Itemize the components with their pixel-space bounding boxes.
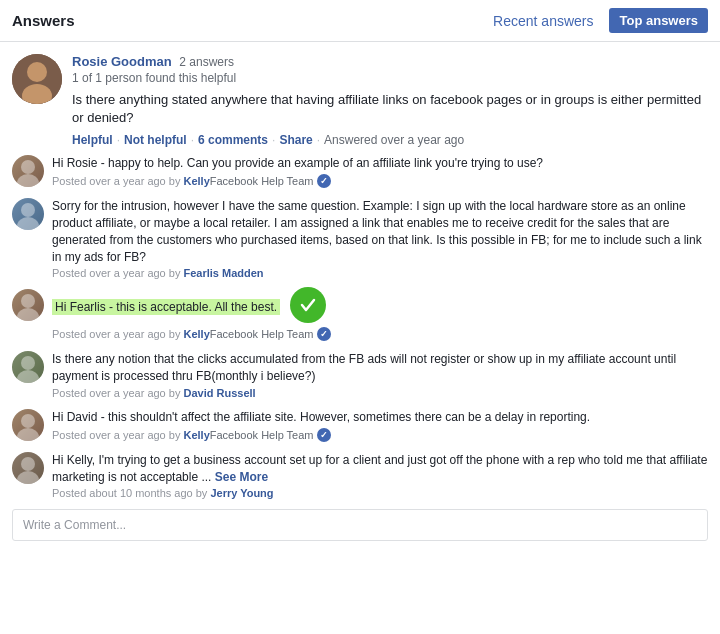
answers-header: Answers Recent answers Top answers (0, 0, 720, 42)
comment-avatar (12, 409, 44, 441)
recent-answers-link[interactable]: Recent answers (485, 9, 601, 33)
comment-item: Hi Fearlis - this is acceptable. All the… (12, 289, 708, 341)
comment-content: Hi Rosie - happy to help. Can you provid… (52, 155, 708, 188)
verified-icon: ✓ (317, 428, 331, 442)
comment-meta: Posted over a year ago by Fearlis Madden (52, 267, 708, 279)
comment-text-highlighted: Hi Fearlis - this is acceptable. All the… (52, 289, 326, 325)
comment-avatar (12, 289, 44, 321)
answer-count: 2 answers (179, 55, 234, 69)
comment-text: Hi Rosie - happy to help. Can you provid… (52, 155, 708, 172)
svg-point-4 (21, 160, 35, 174)
comment-author-name[interactable]: Kelly (183, 429, 209, 441)
comment-author-name[interactable]: Jerry Young (210, 487, 273, 499)
svg-point-7 (21, 203, 35, 217)
answer-body: Rosie Goodman 2 answers 1 of 1 person fo… (72, 54, 708, 147)
verified-icon: ✓ (317, 327, 331, 341)
comment-item: Sorry for the intrusion, however I have … (12, 198, 708, 279)
share-link[interactable]: Share (279, 133, 312, 147)
helpful-link[interactable]: Helpful (72, 133, 113, 147)
comment-author-name[interactable]: Fearlis Madden (183, 267, 263, 279)
facebook-help-team-badge: Facebook Help Team ✓ (210, 327, 331, 341)
comment-item: Hi Rosie - happy to help. Can you provid… (12, 155, 708, 188)
answered-label: Answered over a year ago (324, 133, 464, 147)
question-text: Is there anything stated anywhere that h… (72, 91, 708, 127)
comment-text: Hi Kelly, I'm trying to get a business a… (52, 452, 708, 486)
svg-point-1 (27, 62, 47, 82)
comment-item: Is there any notion that the clicks accu… (12, 351, 708, 399)
comment-author-name[interactable]: David Russell (183, 387, 255, 399)
comment-text: Hi David - this shouldn't affect the aff… (52, 409, 708, 426)
write-comment-input[interactable]: Write a Comment... (12, 509, 708, 541)
comment-item: Hi Kelly, I'm trying to get a business a… (12, 452, 708, 500)
comment-text: Is there any notion that the clicks accu… (52, 351, 708, 385)
header-navigation: Recent answers Top answers (485, 8, 708, 33)
comment-content: Sorry for the intrusion, however I have … (52, 198, 708, 279)
main-answer: Rosie Goodman 2 answers 1 of 1 person fo… (0, 42, 720, 147)
comment-content: Hi David - this shouldn't affect the aff… (52, 409, 708, 442)
comment-meta: Posted over a year ago by David Russell (52, 387, 708, 399)
comment-meta: Posted about 10 months ago by Jerry Youn… (52, 487, 708, 499)
verified-icon: ✓ (317, 174, 331, 188)
comment-content: Hi Fearlis - this is acceptable. All the… (52, 289, 708, 341)
facebook-help-team-badge: Facebook Help Team ✓ (210, 428, 331, 442)
svg-point-10 (21, 294, 35, 308)
comment-author-name[interactable]: Kelly (183, 175, 209, 187)
comments-section: Hi Rosie - happy to help. Can you provid… (0, 147, 720, 499)
comment-meta: Posted over a year ago by Kelly Facebook… (52, 327, 708, 341)
comment-avatar (12, 351, 44, 383)
svg-point-13 (21, 356, 35, 370)
comment-avatar (12, 198, 44, 230)
svg-point-16 (21, 414, 35, 428)
comment-avatar (12, 452, 44, 484)
main-answer-avatar (12, 54, 62, 104)
comment-meta: Posted over a year ago by Kelly Facebook… (52, 174, 708, 188)
answer-author-name[interactable]: Rosie Goodman (72, 54, 172, 69)
top-answers-button[interactable]: Top answers (609, 8, 708, 33)
comment-content: Hi Kelly, I'm trying to get a business a… (52, 452, 708, 500)
facebook-help-team-badge: Facebook Help Team ✓ (210, 174, 331, 188)
not-helpful-link[interactable]: Not helpful (124, 133, 187, 147)
see-more-link[interactable]: See More (211, 470, 268, 484)
answer-actions: Helpful · Not helpful · 6 comments · Sha… (72, 133, 708, 147)
comment-item: Hi David - this shouldn't affect the aff… (12, 409, 708, 442)
green-checkmark-icon (290, 287, 326, 323)
answers-title: Answers (12, 12, 75, 29)
comment-text: Sorry for the intrusion, however I have … (52, 198, 708, 265)
comment-avatar (12, 155, 44, 187)
comment-content: Is there any notion that the clicks accu… (52, 351, 708, 399)
svg-point-19 (21, 457, 35, 471)
comment-author-name[interactable]: Kelly (183, 328, 209, 340)
helpful-count: 1 of 1 person found this helpful (72, 71, 708, 85)
comments-link[interactable]: 6 comments (198, 133, 268, 147)
comment-meta: Posted over a year ago by Kelly Facebook… (52, 428, 708, 442)
